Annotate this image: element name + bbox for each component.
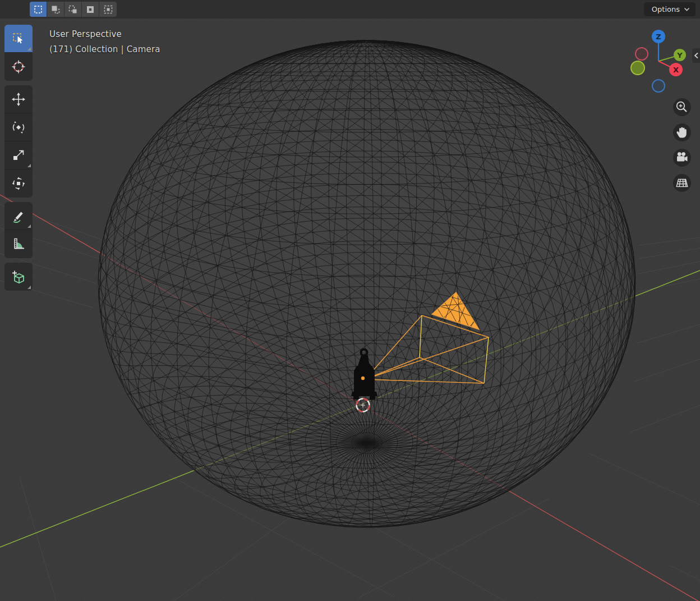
gizmo-axis-label: Z	[656, 33, 661, 41]
options-label: Options	[652, 5, 680, 13]
select-mode-invert[interactable]	[82, 2, 99, 17]
viewport-nav-buttons	[673, 98, 691, 192]
select-extend-icon	[50, 4, 61, 15]
navigation-gizmo[interactable]: ZYX	[628, 25, 700, 98]
gizmo-axis-z[interactable]: Z	[652, 30, 665, 43]
chevron-left-icon	[694, 52, 699, 59]
select-box-icon	[11, 31, 26, 47]
viewport-header-bar: Options	[0, 0, 700, 19]
chevron-down-icon	[684, 7, 690, 11]
nav-zoom-button[interactable]	[673, 98, 691, 116]
3d-viewport[interactable]: User Perspective (171) Collection | Came…	[0, 19, 700, 601]
camera-icon	[673, 149, 691, 167]
nav-camera-view-button[interactable]	[673, 149, 691, 167]
subtool-indicator	[27, 164, 31, 167]
tool-move[interactable]	[4, 85, 33, 113]
gizmo-axis-label: X	[673, 66, 679, 74]
tool-cursor[interactable]	[4, 53, 33, 81]
select-set-icon	[33, 4, 43, 15]
select-mode-subtract[interactable]	[65, 2, 82, 17]
tool-select-box[interactable]	[4, 25, 33, 53]
subtool-indicator	[27, 224, 31, 228]
viewport-scene[interactable]	[0, 19, 700, 601]
subtool-indicator	[27, 47, 31, 51]
sidebar-toggle[interactable]	[692, 48, 700, 63]
select-subtract-icon	[68, 4, 78, 15]
tool-add-cube[interactable]	[4, 263, 33, 291]
gizmo-axis-y[interactable]: Y	[674, 49, 686, 61]
grid-perspective-icon	[673, 174, 691, 192]
gizmo-axis-label: Y	[676, 51, 683, 59]
nav-pan-button[interactable]	[673, 123, 691, 141]
tool-scale[interactable]	[4, 141, 33, 169]
tool-annotate[interactable]	[4, 202, 33, 230]
nav-perspective-button[interactable]	[673, 174, 691, 192]
options-dropdown-button[interactable]: Options	[644, 2, 696, 16]
zoom-in-icon	[673, 98, 691, 116]
gizmo-axis-x[interactable]: X	[669, 63, 683, 76]
add-cube-icon	[11, 269, 26, 285]
tool-group	[4, 263, 33, 291]
tool-group	[4, 202, 33, 258]
hand-icon	[673, 123, 691, 141]
gizmo-axis--z[interactable]	[652, 80, 665, 92]
tool-transform[interactable]	[4, 169, 33, 198]
tool-rotate[interactable]	[4, 113, 33, 141]
gizmo-axis--y[interactable]	[631, 61, 644, 75]
annotate-icon	[11, 208, 26, 224]
scale-icon	[11, 148, 26, 163]
transform-icon	[11, 176, 26, 191]
select-invert-icon	[85, 4, 95, 15]
cursor-icon	[11, 59, 26, 75]
select-mode-set[interactable]	[30, 2, 47, 17]
tool-group	[4, 25, 33, 81]
tool-group	[4, 85, 33, 198]
select-mode-extend[interactable]	[47, 2, 65, 17]
rotate-icon	[11, 120, 26, 135]
tool-measure[interactable]	[4, 230, 33, 258]
move-icon	[11, 91, 26, 107]
select-intersect-icon	[103, 4, 113, 15]
tool-shelf	[4, 25, 33, 295]
gizmo-axis--x[interactable]	[635, 48, 648, 60]
camera-origin-dot	[361, 377, 365, 380]
subtool-indicator	[27, 286, 31, 289]
select-mode-intersect[interactable]	[99, 2, 117, 17]
measure-icon	[11, 236, 26, 252]
select-mode-group	[30, 2, 117, 17]
blender-window: Options User Perspective (171) Collectio…	[0, 0, 700, 601]
